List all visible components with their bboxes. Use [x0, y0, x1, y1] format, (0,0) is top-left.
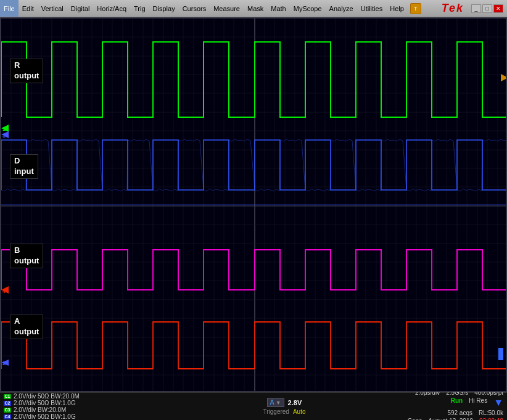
scroll-arrow-icon: ▼: [493, 397, 503, 408]
acqs-count: 592 acqs: [447, 410, 472, 416]
a-output-label: Aoutput: [10, 315, 43, 339]
trig-voltage: 2.8V: [288, 399, 302, 406]
ch1-info-row: C1 2.0V/div 50Ω BW:20.0M: [4, 393, 176, 400]
ch3-marker-label: 3: [2, 133, 6, 139]
menu-analyze[interactable]: Analyze: [326, 0, 357, 17]
hi-res-label: Hi Res: [469, 397, 487, 408]
trig-indicator: T: [410, 3, 421, 14]
menu-mask[interactable]: Mask: [244, 0, 267, 17]
trigger-row1: A ▼ 2.8V: [267, 398, 302, 407]
trigger-row2: Triggered Auto: [263, 408, 305, 415]
menu-file[interactable]: File: [0, 0, 19, 17]
b-output-label: Boutput: [10, 244, 43, 268]
channel-info-panel: C1 2.0V/div 50Ω BW:20.0M C2 2.0V/div 50Ω…: [4, 393, 176, 420]
menu-help[interactable]: Help: [386, 0, 408, 17]
menu-math[interactable]: Math: [267, 0, 289, 17]
trig-ch-button[interactable]: A ▼: [267, 398, 284, 407]
time-value: 03:08:48: [479, 418, 503, 421]
ch4-info-text: 2.0V/div 50Ω BW:1.0G: [14, 413, 76, 420]
triggered-label: Triggered: [263, 408, 289, 415]
menu-horizacq[interactable]: Horiz/Acq: [93, 0, 130, 17]
d-input-label: Dinput: [10, 154, 38, 179]
timebase-info-panel: 2.0μs/div 2.5GS/s 400.0ps/pt Run Hi Res …: [392, 389, 503, 421]
ch1-info-text: 2.0V/div 50Ω BW:20.0M: [14, 393, 80, 400]
scroll-indicator: [498, 348, 503, 360]
minimize-button[interactable]: _: [471, 4, 481, 13]
ch4-info-row: C4 2.0V/div 50Ω BW:1.0G: [4, 414, 176, 420]
trigger-info-panel: A ▼ 2.8V Triggered Auto: [176, 398, 392, 415]
tek-logo: Tek: [442, 2, 468, 15]
maximize-button[interactable]: □: [482, 4, 492, 13]
cons-label: Cons: [408, 418, 422, 421]
ch1-marker-label: 1: [2, 126, 6, 132]
menu-display[interactable]: Display: [149, 0, 179, 17]
ch2-info-row: C2 2.0V/div 50Ω BW:1.0G: [4, 400, 176, 406]
ch4-marker-label: 4: [2, 288, 6, 294]
ch3-color-box: C3: [4, 408, 11, 413]
menu-cursors[interactable]: Cursors: [179, 0, 210, 17]
grid: 1 3 4 2: [1, 19, 506, 391]
ch2-info-text: 2.0V/div 50Ω BW:1.0G: [14, 400, 76, 406]
trig-ch-label: A: [270, 399, 274, 406]
rl-value: RL:50.0k: [479, 410, 503, 416]
close-button[interactable]: ✕: [493, 4, 503, 13]
ch2-color-box: C2: [4, 401, 11, 406]
acqs-row: 592 acqs RL:50.0k: [447, 410, 503, 416]
menu-measure[interactable]: Measure: [210, 0, 244, 17]
ch3-info-text: 2.0V/div BW:20.0M: [14, 406, 66, 413]
menu-digital[interactable]: Digital: [67, 0, 94, 17]
titlebar: File Edit Vertical Digital Horiz/Acq Tri…: [0, 0, 507, 17]
statusbar: C1 2.0V/div 50Ω BW:20.0M C2 2.0V/div 50Ω…: [0, 392, 507, 420]
ch4-color-box: C4: [4, 414, 11, 419]
menu-trig[interactable]: Trig: [130, 0, 149, 17]
trig-ch-icon: ▼: [276, 400, 281, 406]
menu-utilities[interactable]: Utilities: [357, 0, 386, 17]
trig-auto-label: Auto: [293, 408, 306, 415]
menubar: File Edit Vertical Digital Horiz/Acq Tri…: [0, 0, 424, 17]
scope-display: 1 3 4 2 Routput Dinput Boutput Aoutput: [0, 17, 507, 392]
menu-myscope[interactable]: MyScope: [290, 0, 326, 17]
run-status: Run: [451, 397, 463, 408]
ch2-marker-label: 2: [2, 360, 6, 366]
run-row: Run Hi Res ▼: [451, 397, 503, 408]
date-value: August 13, 2019: [428, 418, 473, 421]
date-row: Cons August 13, 2019 03:08:48: [408, 418, 503, 421]
menu-vertical[interactable]: Vertical: [38, 0, 67, 17]
menu-edit[interactable]: Edit: [19, 0, 38, 17]
ch1-color-box: C1: [4, 394, 11, 399]
ch3-info-row: C3 2.0V/div BW:20.0M: [4, 407, 176, 413]
r-output-label: Routput: [10, 59, 43, 83]
